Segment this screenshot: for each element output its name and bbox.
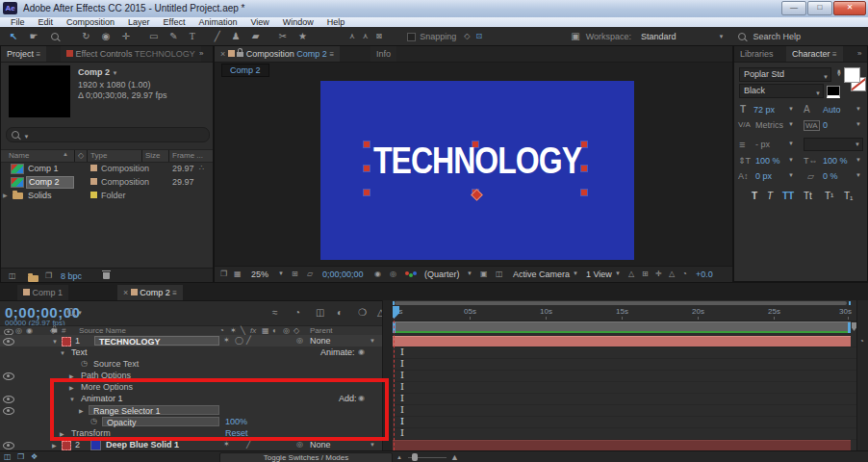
timeline-search-dropdown-icon[interactable]: ▼ bbox=[77, 310, 83, 316]
expand-inout-panes-icon[interactable]: ❖ bbox=[31, 452, 38, 462]
menu-view[interactable]: View bbox=[243, 17, 275, 27]
work-area-bar[interactable] bbox=[393, 321, 851, 333]
comp-stage[interactable]: TECHNOLOGY bbox=[320, 81, 634, 260]
selection-handle[interactable] bbox=[581, 166, 587, 171]
camera-select[interactable]: Active Camera bbox=[513, 270, 570, 279]
workspace-dropdown-icon[interactable]: ▼ bbox=[719, 34, 725, 39]
timeline-graph[interactable]: 0s 05s 10s 15s 20s 25s 30s bbox=[393, 300, 856, 450]
view-dropdown-icon[interactable]: ▼ bbox=[615, 270, 621, 276]
timeline-search-icon[interactable] bbox=[67, 308, 75, 316]
selection-handle[interactable] bbox=[472, 141, 478, 147]
leading-dropdown-icon[interactable]: ▼ bbox=[855, 106, 861, 112]
parent-select[interactable]: None bbox=[310, 440, 331, 449]
font-family-select[interactable]: Poplar Std ▼ bbox=[739, 67, 831, 82]
puppet-pin-tool[interactable]: ★ bbox=[298, 32, 307, 41]
slash-switch[interactable]: ╱ bbox=[246, 440, 251, 449]
quality-switch[interactable]: ✶ bbox=[223, 336, 230, 346]
pixel-aspect-icon[interactable]: △ bbox=[628, 270, 634, 279]
sort-ascending-icon[interactable]: ▲ bbox=[63, 151, 68, 157]
target-region-icon[interactable]: ▣ bbox=[480, 270, 488, 279]
tab-libraries[interactable]: Libraries bbox=[740, 49, 774, 59]
comp-timecode[interactable]: 0;00;00;00 bbox=[322, 270, 364, 279]
layer-visibility-icon[interactable] bbox=[3, 442, 14, 449]
expand-layer-switches-icon[interactable]: ◫ bbox=[4, 452, 12, 462]
parent-column[interactable]: Parent bbox=[310, 326, 333, 335]
timeline-options-icon[interactable]: ◔ bbox=[859, 337, 864, 346]
exposure-value[interactable]: +0.0 bbox=[696, 270, 713, 279]
menu-effect[interactable]: Effect bbox=[157, 17, 192, 27]
col-name[interactable]: Name bbox=[9, 151, 29, 160]
roto-brush-tool[interactable]: ✂ bbox=[279, 32, 287, 41]
tracking-value[interactable]: 0 bbox=[823, 120, 828, 130]
col-frame[interactable]: Frame ... bbox=[172, 151, 203, 160]
tab-info[interactable]: Info bbox=[370, 46, 396, 62]
bit-depth-button[interactable]: 8 bpc bbox=[61, 271, 82, 281]
small-caps-button[interactable]: Tt bbox=[804, 191, 812, 201]
snapshot-icon[interactable]: ◉ bbox=[374, 270, 381, 279]
channel-icon[interactable] bbox=[405, 271, 409, 275]
zoom-dropdown-icon[interactable]: ▼ bbox=[278, 270, 284, 276]
hand-tool[interactable]: ☛ bbox=[29, 32, 38, 41]
camera-tool[interactable]: ◉ bbox=[102, 32, 111, 41]
kerning-value[interactable]: Metrics bbox=[755, 120, 783, 130]
effects-switch[interactable]: ◯ bbox=[235, 336, 243, 346]
font-size-dropdown-icon[interactable]: ▼ bbox=[788, 106, 794, 112]
menu-layer[interactable]: Layer bbox=[121, 17, 157, 27]
tsume-value[interactable]: 0 % bbox=[823, 171, 838, 181]
eraser-tool[interactable]: ▰ bbox=[252, 32, 260, 41]
switch-fx-icon[interactable]: fx bbox=[250, 326, 256, 335]
layer2-duration-bar[interactable] bbox=[393, 440, 851, 450]
menu-file[interactable]: File bbox=[4, 17, 32, 27]
selection-handle[interactable] bbox=[364, 190, 370, 195]
font-family-dropdown-icon[interactable]: ▼ bbox=[823, 71, 829, 83]
toggle-switches-modes-button[interactable]: Toggle Switches / Modes bbox=[219, 452, 393, 462]
rulers-icon[interactable]: ⊞ bbox=[642, 270, 649, 279]
motion-blur-icon[interactable]: ◐ bbox=[337, 308, 343, 318]
menu-edit[interactable]: Edit bbox=[32, 17, 61, 27]
vertical-scale-dropdown-icon[interactable]: ▼ bbox=[788, 157, 794, 163]
parent-dropdown-icon[interactable]: ▼ bbox=[370, 442, 375, 448]
selection-handle[interactable] bbox=[581, 141, 587, 147]
panel-overflow-icon[interactable]: » bbox=[857, 49, 861, 59]
interpret-footage-icon[interactable]: ◫ bbox=[9, 271, 16, 281]
brush-tool[interactable]: ╱ bbox=[215, 32, 220, 41]
tsume-dropdown-icon[interactable]: ▼ bbox=[855, 172, 861, 178]
menu-composition[interactable]: Composition bbox=[60, 17, 121, 27]
superscript-button[interactable]: T¹ bbox=[825, 191, 833, 201]
delete-icon[interactable] bbox=[103, 272, 110, 279]
new-folder-icon[interactable] bbox=[28, 275, 38, 282]
project-search-field[interactable]: ▼ bbox=[6, 127, 210, 142]
tab-effect-controls[interactable]: Effect Controls TECHNOLOGY bbox=[61, 46, 201, 62]
vertical-scale-value[interactable]: 100 % bbox=[755, 156, 780, 166]
mini-flowchart-icon[interactable]: ≈ bbox=[272, 308, 278, 318]
panel-menu-icon[interactable]: ≡ bbox=[37, 50, 41, 59]
kerning-dropdown-icon[interactable]: ▼ bbox=[788, 121, 794, 127]
project-comp-name[interactable]: Comp 2 ▼ bbox=[78, 67, 117, 77]
layer-name-box[interactable]: TECHNOLOGY bbox=[94, 336, 219, 346]
parent-pickwhip-icon[interactable]: ◎ bbox=[296, 336, 303, 346]
zoom-tool[interactable] bbox=[51, 33, 59, 40]
maximize-button[interactable]: □ bbox=[807, 1, 832, 15]
col-size[interactable]: Size bbox=[145, 151, 161, 160]
workspace-select[interactable]: Standard bbox=[641, 32, 677, 41]
horizontal-scale-value[interactable]: 100 % bbox=[823, 156, 848, 166]
work-area-end-handle[interactable] bbox=[848, 322, 851, 333]
stroke-style-select[interactable]: ▼ bbox=[804, 138, 863, 151]
menu-help[interactable]: Help bbox=[320, 17, 352, 27]
snap-option2-icon[interactable]: ⊡ bbox=[476, 32, 483, 41]
parent-pickwhip-icon[interactable]: ◎ bbox=[296, 440, 303, 449]
resolution-select[interactable]: (Quarter) bbox=[424, 270, 460, 279]
project-row-comp2[interactable]: Comp 2 Composition 29.97 bbox=[1, 175, 213, 189]
type-tool[interactable]: T bbox=[190, 32, 195, 41]
snap-option-icon[interactable]: ◇ bbox=[464, 32, 470, 41]
font-style-select[interactable]: Black ▼ bbox=[739, 84, 824, 98]
minimize-button[interactable]: — bbox=[781, 1, 806, 15]
pan-behind-tool[interactable]: ✛ bbox=[121, 32, 129, 41]
eyedropper-icon[interactable]: ✒ bbox=[833, 69, 843, 77]
selection-handle[interactable] bbox=[364, 166, 370, 171]
tab-composition[interactable]: × Composition Comp 2 ≡ bbox=[215, 46, 340, 62]
selection-tool[interactable]: ↖ bbox=[10, 32, 17, 41]
frame-blending-icon[interactable]: ◫ bbox=[316, 308, 324, 318]
snapping-checkbox[interactable] bbox=[407, 33, 416, 41]
tab-close-icon[interactable]: × bbox=[220, 49, 225, 59]
